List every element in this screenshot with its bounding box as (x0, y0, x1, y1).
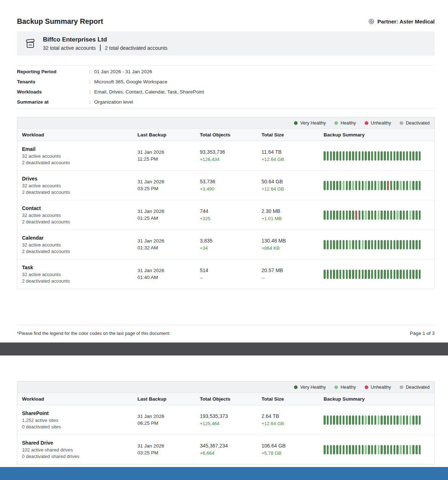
bar-healthy (378, 210, 380, 220)
bar-very-healthy (394, 445, 396, 454)
workload-row-shared-drive: Shared Drive102 active shared drives0 de… (17, 435, 434, 464)
total-size-value: 20.57 MB (262, 267, 324, 274)
page-title: Backup Summary Report (17, 17, 103, 26)
legend-dot (400, 385, 403, 389)
bar-very-healthy (330, 240, 332, 249)
page-separator-band (0, 342, 448, 355)
total-size-cell: 130.48 MB+864 KB (262, 234, 324, 255)
bar-very-healthy (324, 210, 326, 220)
bar-very-healthy (368, 415, 370, 425)
table-body: SharePoint1,252 active sites0 deactivate… (17, 405, 434, 464)
bar-very-healthy (330, 210, 332, 220)
bar-very-healthy (336, 415, 338, 425)
bar-healthy (378, 415, 380, 425)
bar-very-healthy (359, 240, 361, 249)
total-size-delta: -- (262, 274, 324, 281)
bar-very-healthy (384, 270, 386, 279)
bar-very-healthy (412, 270, 414, 279)
deactivated-count: 2 deactivated accounts (22, 278, 137, 284)
bar-very-healthy (371, 270, 373, 279)
bar-very-healthy (333, 415, 335, 425)
bar-very-healthy (409, 151, 412, 161)
total-size-cell: 20.57 MB-- (262, 264, 324, 284)
report-meta: Reporting Period : 01 Jan 2026 - 31 Jan … (17, 65, 435, 109)
bar-very-healthy (368, 210, 370, 220)
total-objects-cell: 193,535,373+125,464 (200, 410, 262, 430)
bar-healthy (400, 415, 402, 425)
bar-very-healthy (412, 210, 414, 220)
bar-very-healthy (400, 270, 402, 279)
bar-very-healthy (409, 240, 412, 249)
active-count: 1,252 active sites (22, 417, 137, 424)
meta-colon: : (89, 89, 94, 95)
bar-very-healthy (343, 415, 345, 425)
bar-very-healthy (381, 415, 383, 425)
bar-very-healthy (368, 151, 370, 161)
bar-very-healthy (396, 445, 399, 454)
total-objects-delta: +325 (200, 215, 262, 222)
active-count: 32 active accounts (22, 242, 137, 248)
total-objects-value: 3,835 (200, 237, 262, 244)
bar-very-healthy (400, 240, 402, 249)
company-banner: Biffco Enterprises Ltd 32 total active a… (17, 31, 435, 56)
last-backup-cell: 31 Jan 202611:25 PM (137, 145, 200, 166)
bar-very-healthy (330, 445, 332, 454)
bar-very-healthy (352, 151, 354, 161)
bar-very-healthy (355, 415, 357, 425)
partner-label: Partner: Aster Medical (377, 18, 435, 25)
bar-very-healthy (327, 270, 329, 279)
total-size-delta: +1.01 MB (262, 215, 324, 222)
bar-healthy (362, 240, 364, 249)
bar-very-healthy (333, 270, 335, 279)
backup-summary-bars (324, 175, 434, 196)
deactivated-count: 0 deactivated shared drives (22, 453, 137, 460)
bar-very-healthy (381, 240, 383, 249)
bar-very-healthy (333, 210, 335, 220)
table-header-row: WorkloadLast BackupTotal ObjectsTotal Si… (17, 393, 434, 405)
legend-label: Unhealthy (371, 121, 391, 126)
bar-very-healthy (419, 181, 421, 190)
total-size-value: 106.64 GB (262, 442, 324, 449)
bar-very-healthy (378, 270, 380, 279)
bar-very-healthy (371, 415, 373, 425)
total-size-value: 2.64 TB (262, 413, 324, 420)
legend-dot (365, 385, 368, 389)
bar-very-healthy (419, 415, 421, 425)
bar-very-healthy (416, 151, 418, 161)
bar-very-healthy (333, 181, 335, 190)
bar-very-healthy (400, 151, 402, 161)
last-backup-date: 31 Jan 2026 (137, 178, 200, 185)
deactivated-accounts-total: 2 total deactivated accounts (105, 45, 168, 51)
workload-name: Drives (22, 176, 137, 182)
bar-healthy (352, 181, 354, 190)
last-backup-time: 06:25 PM (137, 420, 200, 427)
bar-very-healthy (343, 240, 345, 249)
meta-row-summarize-at: Summarize at : Organization level (17, 97, 435, 107)
meta-value: 01 Jan 2026 - 31 Jan 2026 (94, 69, 435, 74)
bar-very-healthy (409, 270, 412, 279)
workload-name: Task (22, 265, 137, 270)
bar-very-healthy (378, 240, 380, 249)
last-backup-cell: 31 Jan 202603:25 PM (137, 175, 200, 196)
bar-very-healthy (352, 240, 354, 249)
bar-very-healthy (362, 151, 364, 161)
bar-healthy (396, 210, 399, 220)
bar-very-healthy (359, 415, 361, 425)
bar-very-healthy (336, 151, 338, 161)
meta-colon: : (89, 69, 94, 74)
bar-very-healthy (368, 445, 370, 454)
bar-very-healthy (339, 445, 342, 454)
column-header-total-size: Total Size (262, 396, 324, 402)
active-accounts-total: 32 total active accounts (43, 45, 96, 51)
bar-healthy (400, 181, 402, 190)
bar-very-healthy (362, 181, 364, 190)
legend-item-healthy: Healthy (334, 385, 356, 390)
company-info: Biffco Enterprises Ltd 32 total active a… (43, 36, 167, 51)
page-indicator: Page 1 of 3 (410, 331, 435, 336)
total-size-cell: 2.64 TB+12.64 GB (262, 410, 324, 430)
legend-label: Unhealthy (371, 385, 391, 390)
bar-very-healthy (387, 151, 389, 161)
bar-very-healthy (396, 151, 399, 161)
bar-very-healthy (387, 445, 389, 454)
bar-very-healthy (336, 181, 338, 190)
